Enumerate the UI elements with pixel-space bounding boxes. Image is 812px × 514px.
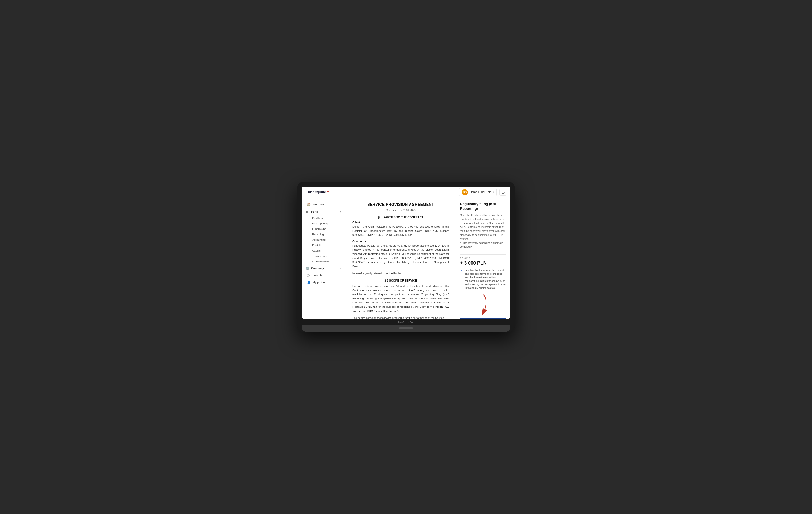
contract-title: SERVICE PROVISION AGREEMENT <box>352 203 449 207</box>
sidebar-item-reg-reporting[interactable]: Reg reporting <box>305 221 344 226</box>
client-text: Demo Fund Gold registered at Puławska 1 … <box>352 225 449 237</box>
home-icon: 🏠 <box>307 203 311 206</box>
checkbox-area[interactable]: I confirm that I have read the contract … <box>460 269 506 290</box>
client-label: Client: <box>352 221 449 224</box>
insights-icon: ◎ <box>307 273 311 277</box>
sidebar-item-reporting[interactable]: Reporting <box>305 232 344 237</box>
app-body: 🏠 Welcome 🖥 Fund ∧ Dashboard Reg reporti… <box>302 198 510 319</box>
sidebar-item-dashboard[interactable]: Dashboard <box>305 215 344 221</box>
sidebar-my-profile-label: My profile <box>313 281 325 284</box>
arrow-indicator <box>460 294 506 316</box>
fund-avatar: DG <box>462 189 468 195</box>
main-content: SERVICE PROVISION AGREEMENT Concluded on… <box>345 198 456 319</box>
sidebar-item-welcome-label: Welcome <box>313 203 324 206</box>
monitor-icon: 🖥 <box>306 210 309 214</box>
sidebar-item-portfolio[interactable]: Portfolio <box>305 243 344 248</box>
power-icon: ⏻ <box>501 190 504 194</box>
laptop-bottom <box>302 325 510 332</box>
sidebar: 🏠 Welcome 🖥 Fund ∧ Dashboard Reg reporti… <box>302 198 345 319</box>
sidebar-item-fundraising[interactable]: Fundraising <box>305 226 344 232</box>
chevron-right-icon: › <box>493 191 494 193</box>
power-button[interactable]: ⏻ <box>499 189 506 196</box>
accept-button[interactable]: Accept <box>460 318 506 319</box>
fund-selector[interactable]: DG Demo Fund Gold › <box>459 188 497 196</box>
parties-text: hereinafter jointly referred to as the P… <box>352 271 449 276</box>
laptop-notch <box>399 328 413 329</box>
sidebar-fund-children: Dashboard Reg reporting Fundraising Repo… <box>302 215 345 264</box>
checkbox-text: I confirm that I have read the contract … <box>465 269 506 290</box>
right-panel: Regulatory filing (KNF Reporting) Once t… <box>456 198 510 319</box>
sidebar-parent-company[interactable]: 🏢 Company ∨ <box>302 265 345 272</box>
contractor-label: Contractor: <box>352 240 449 243</box>
logo-equate: equate <box>315 190 326 194</box>
sidebar-item-accounting[interactable]: Accounting <box>305 237 344 242</box>
logo-icon <box>327 190 329 192</box>
app-header: Fundequate DG Demo Fund Gold › ⏻ <box>302 186 510 198</box>
sidebar-item-insights[interactable]: ◎ Insights <box>303 272 344 279</box>
chevron-down-icon: ∨ <box>340 267 341 270</box>
contract-date: Concluded on 09.01.2025 <box>352 209 449 211</box>
terms-checkbox[interactable] <box>460 269 463 272</box>
panel-price: + 3 000 PLN <box>460 260 506 266</box>
sidebar-fund-label: Fund <box>311 210 318 214</box>
sidebar-insights-label: Insights <box>313 274 322 277</box>
laptop-frame: Fundequate DG Demo Fund Gold › ⏻ <box>297 182 515 332</box>
building-icon: 🏢 <box>306 267 309 270</box>
profile-icon: 👤 <box>307 280 311 284</box>
red-arrow-svg <box>477 294 489 315</box>
sidebar-section-fund: 🖥 Fund ∧ Dashboard Reg reporting Fundrai… <box>302 209 345 264</box>
panel-title: Regulatory filing (KNF Reporting) <box>460 202 506 211</box>
laptop-label-area: MacBook Pro <box>302 319 510 324</box>
sidebar-item-welcome[interactable]: 🏠 Welcome <box>303 201 344 208</box>
app-logo: Fundequate <box>306 190 329 194</box>
panel-divider <box>460 254 506 255</box>
pricing-label: PRICING <box>460 257 506 259</box>
logo-fund: Fund <box>306 190 315 194</box>
chevron-up-icon: ∧ <box>340 211 341 213</box>
laptop-screen: Fundequate DG Demo Fund Gold › ⏻ <box>302 186 510 319</box>
section2-text2: The parties agree on the following proce… <box>352 316 449 319</box>
sidebar-item-my-profile[interactable]: 👤 My profile <box>303 279 344 286</box>
contractor-text: Fundequate Poland Sp. z o.o. registered … <box>352 244 449 269</box>
fund-name: Demo Fund Gold <box>470 190 491 194</box>
panel-description: Once the AIFM and all AIFs have been reg… <box>460 213 506 249</box>
sidebar-parent-fund[interactable]: 🖥 Fund ∧ <box>302 209 345 215</box>
contract-section1-title: § 1. PARTIES TO THE CONTRACT <box>352 216 449 219</box>
sidebar-company-label: Company <box>311 267 324 270</box>
contract-section2-title: § 2 SCOPE OF SERVICE <box>352 279 449 282</box>
section2-bold: Polish FSA for the year 2024 <box>352 305 449 312</box>
sidebar-item-transactions[interactable]: Transactions <box>305 253 344 259</box>
header-right: DG Demo Fund Gold › ⏻ <box>459 188 506 196</box>
fund-avatar-initials: DG <box>463 191 467 193</box>
sidebar-item-capital[interactable]: Capital <box>305 248 344 253</box>
laptop-model-label: MacBook Pro <box>398 321 413 323</box>
sidebar-item-whistleblower[interactable]: Whistleblower <box>305 259 344 264</box>
section2-text1: For a registered user, being an Alternat… <box>352 284 449 313</box>
